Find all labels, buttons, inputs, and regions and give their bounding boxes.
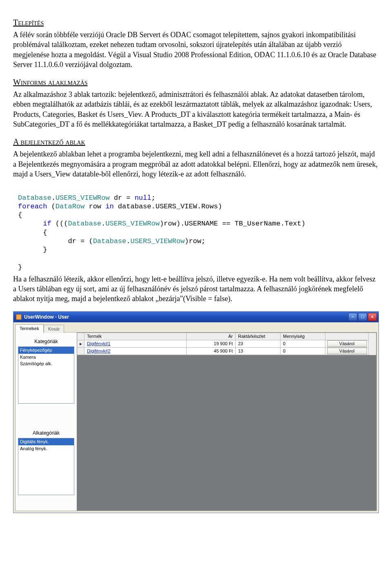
list-item[interactable]: Fényképezőgép <box>18 347 74 354</box>
list-item[interactable]: Digitális fényk. <box>18 438 74 445</box>
right-pane: Termék Ár Raktárkészlet Mennyiség ▸ Digi… <box>77 333 376 511</box>
row-marker-icon <box>77 348 85 355</box>
code-block: Database.USERS_VIEWRow dr = null; foreac… <box>18 185 379 272</box>
section-title-install: Telepítés <box>13 17 379 28</box>
user-window: UserWindow - User – □ × Termékek Kosár K… <box>13 311 379 513</box>
col-stock[interactable]: Raktárkészlet <box>236 333 281 340</box>
tab-strip: Termékek Kosár <box>13 322 379 332</box>
titlebar[interactable]: UserWindow - User – □ × <box>13 312 379 322</box>
cell-qty[interactable]: 0 <box>281 348 325 355</box>
section-title-login: A bejelentkező ablak <box>13 136 379 147</box>
list-item[interactable]: Analóg fényk. <box>18 445 74 452</box>
buy-button[interactable]: Vásárol <box>327 340 367 347</box>
section-title-winforms: Winforms alaklmazás <box>13 77 379 88</box>
maximize-button[interactable]: □ <box>358 313 367 321</box>
cell-qty[interactable]: 0 <box>281 340 325 348</box>
list-item[interactable]: Kamera <box>18 354 74 361</box>
categories-listbox[interactable]: Fényképezőgép Kamera Számítógép alk. <box>18 346 74 404</box>
col-product[interactable]: Termék <box>85 333 187 340</box>
cell-price: 19 900 Ft <box>187 340 236 348</box>
tab-products[interactable]: Termékek <box>15 324 44 333</box>
table-row[interactable]: ▸ Digifényk#1 19 900 Ft 23 0 Vásárol <box>77 340 376 348</box>
row-marker-icon: ▸ <box>77 340 85 348</box>
grid-header-row: Termék Ár Raktárkészlet Mennyiség <box>77 333 376 340</box>
product-link[interactable]: Digifényk#2 <box>87 348 110 354</box>
cell-price: 45 900 Ft <box>187 348 236 355</box>
paragraph-login-1: A bejelentkező ablakban lehet a programb… <box>13 149 379 179</box>
row-header-blank <box>77 333 85 340</box>
categories-label: Kategóriák <box>18 338 74 345</box>
cell-stock: 13 <box>236 348 281 355</box>
paragraph-login-2: Ha a felhasználó létezik, akkor ellenőrz… <box>13 274 379 304</box>
cell-stock: 23 <box>236 340 281 348</box>
tab-body: Kategóriák Fényképezőgép Kamera Számítóg… <box>15 332 377 511</box>
paragraph-install: A félév során többféle verziójú Oracle D… <box>13 30 379 69</box>
close-button[interactable]: × <box>368 313 377 321</box>
buy-button[interactable]: Vásárol <box>327 348 367 354</box>
col-price[interactable]: Ár <box>187 333 236 340</box>
subcategories-label: Alkategóriák <box>18 430 74 436</box>
app-icon <box>16 314 22 320</box>
col-buy <box>325 333 369 340</box>
paragraph-winforms: Az alkalmazáshoz 3 ablak tartozik: bejel… <box>13 89 379 129</box>
tab-basket[interactable]: Kosár <box>44 325 65 333</box>
list-item[interactable]: Számítógép alk. <box>18 360 74 367</box>
window-title: UserWindow - User <box>24 314 348 320</box>
subcategories-listbox[interactable]: Digitális fényk. Analóg fényk. <box>18 438 74 495</box>
col-qty[interactable]: Mennyiség <box>281 333 325 340</box>
table-row[interactable]: Digifényk#2 45 900 Ft 13 0 Vásárol <box>77 348 376 355</box>
product-link[interactable]: Digifényk#1 <box>87 341 110 347</box>
products-grid[interactable]: Termék Ár Raktárkészlet Mennyiség ▸ Digi… <box>77 333 376 355</box>
minimize-button[interactable]: – <box>348 313 357 321</box>
left-pane: Kategóriák Fényképezőgép Kamera Számítóg… <box>16 333 77 511</box>
